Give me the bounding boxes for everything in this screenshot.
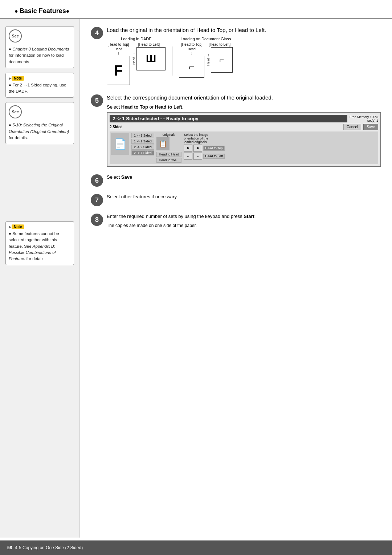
panel-meta: Free Memory 100% set(s) 1 bbox=[350, 115, 378, 122]
orient-note: Select the image orientation of the load… bbox=[184, 133, 216, 144]
copy-panel: 2 -> 1 Sided selected - - Ready to copy … bbox=[107, 112, 381, 167]
header-bullet-left: ● bbox=[15, 8, 18, 15]
see-icon-1: See bbox=[9, 29, 22, 42]
step-8-number: 8 bbox=[91, 214, 103, 226]
originals-label: Originals bbox=[156, 133, 182, 137]
note-badge-1: Note bbox=[12, 76, 24, 81]
header-title: Basic Features bbox=[20, 7, 66, 15]
orient-options: F F Head to Top ⌐ ⌐ Head to Left bbox=[184, 145, 225, 160]
panel-subheader: 2 Sided Cancel Save bbox=[110, 124, 378, 130]
step-8-note: The copies are made on one side of the p… bbox=[107, 222, 381, 229]
orient-row-left: ⌐ ⌐ Head to Left bbox=[184, 153, 225, 160]
glass-section: Loading on Document Glass [Head to Top] … bbox=[179, 37, 233, 78]
step-4-content: Load the original in the orientation of … bbox=[107, 26, 381, 87]
two-sided-label: 2 Sided bbox=[110, 125, 123, 129]
footer-page-number: 58 bbox=[7, 545, 12, 550]
step-7-number: 7 bbox=[91, 194, 103, 206]
step-6-title: Select Save bbox=[107, 174, 381, 181]
step-8-title: Enter the required number of sets by usi… bbox=[107, 213, 381, 220]
see-text-1: ● Chapter 3 Loading Documents for inform… bbox=[9, 46, 71, 65]
step-4-number: 4 bbox=[91, 27, 103, 39]
dadf-sub-group: [Head to Top] Head ↓ F [Head to Left] bbox=[107, 42, 166, 85]
left-sidebar: See ● Chapter 3 Loading Documents for in… bbox=[0, 19, 80, 538]
orient-row-top: F F Head to Top bbox=[184, 145, 225, 152]
glass-head-left: [Head to Left] Head → ⌐ bbox=[207, 42, 233, 78]
option-1-2-sided[interactable]: 1 -> 2 Sided bbox=[131, 139, 154, 144]
head-to-top-button[interactable]: Head to Top bbox=[203, 146, 224, 151]
step-5-content: Select the corresponding document orient… bbox=[107, 94, 381, 167]
note-box-2: ▶ Note ● Some features cannot be selecte… bbox=[5, 221, 74, 265]
option-2-2-sided[interactable]: 2 -> 2 Sided bbox=[131, 145, 154, 150]
see-box-1: See ● Chapter 3 Loading Documents for in… bbox=[5, 26, 74, 68]
step-4-title: Load the original in the orientation of … bbox=[107, 26, 381, 34]
head-to-left-button[interactable]: Head to Left bbox=[203, 154, 225, 159]
note-icon-2: ▶ Note bbox=[9, 224, 71, 229]
step-4-block: 4 Load the original in the orientation o… bbox=[91, 26, 381, 87]
main-layout: See ● Chapter 3 Loading Documents for in… bbox=[0, 19, 392, 538]
step-7-title: Select other features if necessary. bbox=[107, 193, 381, 200]
option-1-1-sided[interactable]: 1 -> 1 Sided bbox=[131, 133, 154, 138]
dadf-label: Loading in DADF bbox=[121, 37, 151, 41]
step-8-content: Enter the required number of sets by usi… bbox=[107, 213, 381, 229]
note-icon-1: ▶ Note bbox=[9, 76, 71, 81]
head-to-toe-option[interactable]: Head to Toe bbox=[156, 158, 182, 163]
divider bbox=[172, 46, 172, 76]
glass-sub-group: [Head to Top] Head ↓ ⌐ [Head to Left] bbox=[179, 42, 233, 78]
glass-label: Loading on Document Glass bbox=[181, 37, 231, 41]
doc-f-dadf-top: F bbox=[107, 56, 130, 85]
doc-small-glass-left: ⌐ bbox=[211, 47, 233, 73]
panel-header: 2 -> 1 Sided selected - - Ready to copy … bbox=[110, 115, 378, 122]
step-6-content: Select Save bbox=[107, 174, 381, 181]
head-to-head-option[interactable]: Head to Head bbox=[156, 152, 182, 157]
step-6-number: 6 bbox=[91, 174, 103, 187]
see-box-2: See ● 5-10: Selecting the Original Orien… bbox=[5, 102, 74, 144]
cancel-button[interactable]: Cancel bbox=[343, 124, 361, 130]
header-bullet-right: ● bbox=[66, 8, 70, 15]
option-2-1-sided[interactable]: 2 -> 1 Sided bbox=[131, 150, 154, 155]
see-text-2: ● 5-10: Selecting the Original Orientati… bbox=[9, 122, 71, 141]
panel-orientation: Select the image orientation of the load… bbox=[184, 133, 225, 163]
originals-icon: 📋 bbox=[156, 137, 170, 150]
loading-diagrams: Loading in DADF [Head to Top] Head ↓ F bbox=[107, 37, 381, 85]
orient-thumb-f2: F bbox=[193, 145, 202, 152]
step-8-block: 8 Enter the required number of sets by u… bbox=[91, 213, 381, 229]
page-header: ● Basic Features ● bbox=[0, 0, 392, 19]
step-7-block: 7 Select other features if necessary. bbox=[91, 193, 381, 206]
step-5-block: 5 Select the corresponding document orie… bbox=[91, 94, 381, 167]
note-text-1: ● For 2 →1 Sided copying, use the DADF. bbox=[9, 82, 71, 95]
orient-thumb-r: ⌐ bbox=[184, 153, 192, 160]
doc-l-dadf-left: Ш bbox=[136, 47, 166, 70]
orient-thumb-r2: ⌐ bbox=[193, 153, 202, 160]
step-5-title: Select the corresponding document orient… bbox=[107, 94, 381, 101]
glass-head-top: [Head to Top] Head ↓ ⌐ bbox=[179, 42, 204, 78]
panel-originals: Originals 📋 Head to Head Head to Toe bbox=[156, 133, 182, 163]
step-7-content: Select other features if necessary. bbox=[107, 193, 381, 200]
panel-title: 2 -> 1 Sided selected - - Ready to copy bbox=[110, 115, 347, 122]
save-button[interactable]: Save bbox=[363, 124, 378, 130]
note-box-1: ▶ Note ● For 2 →1 Sided copying, use the… bbox=[5, 73, 74, 98]
orient-thumb-f: F bbox=[184, 145, 192, 152]
page-footer: 58 4-5 Copying on One Side (2 Sided) bbox=[0, 540, 392, 555]
note-badge-2: Note bbox=[12, 224, 24, 229]
note-text-2: ● Some features cannot be selected toget… bbox=[9, 231, 71, 262]
step-5-number: 5 bbox=[91, 94, 103, 107]
dadf-head-top: [Head to Top] Head ↓ F bbox=[107, 42, 130, 85]
panel-body: 📄 1 -> 1 Sided 1 -> 2 Sided 2 -> 2 Sided… bbox=[110, 131, 378, 164]
step-6-block: 6 Select Save bbox=[91, 174, 381, 187]
footer-description: 4-5 Copying on One Side (2 Sided) bbox=[15, 545, 83, 550]
panel-options: 1 -> 1 Sided 1 -> 2 Sided 2 -> 2 Sided 2… bbox=[131, 133, 154, 163]
step-5-subtitle: Select Head to Top or Head to Left. bbox=[107, 104, 381, 110]
see-icon-2: See bbox=[9, 105, 22, 118]
panel-icon: 📄 bbox=[111, 133, 129, 155]
dadf-head-left: [Head to Left] Head → Ш bbox=[132, 42, 166, 85]
doc-small-glass-top: ⌐ bbox=[179, 56, 204, 78]
content-area: 4 Load the original in the orientation o… bbox=[80, 19, 392, 538]
dadf-section: Loading in DADF [Head to Top] Head ↓ F bbox=[107, 37, 166, 85]
